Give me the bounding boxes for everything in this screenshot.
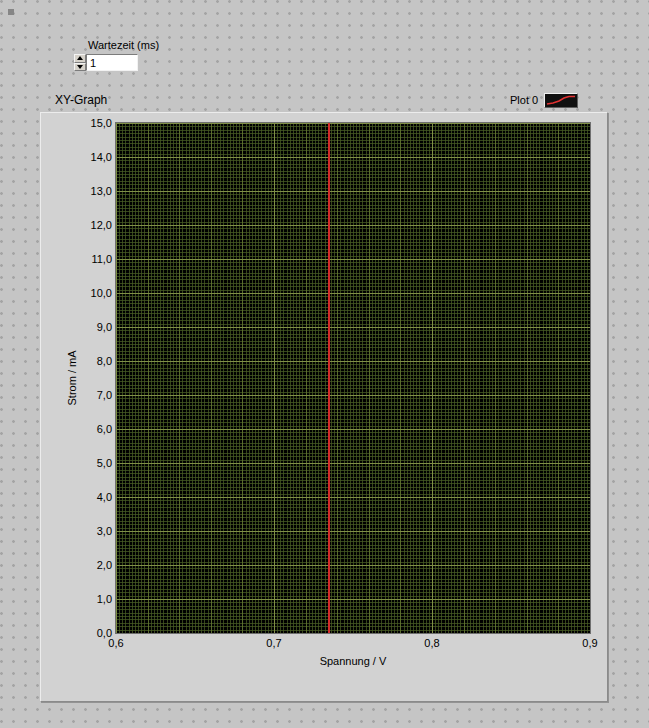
down-arrow-icon	[77, 65, 83, 69]
plot-line-sample-icon[interactable]	[544, 93, 578, 108]
y-tick-label: 7,0	[69, 388, 112, 402]
y-tick-label: 13,0	[69, 184, 112, 198]
y-tick-label: 15,0	[69, 116, 112, 130]
wait-time-label: Wartezeit (ms)	[88, 39, 159, 51]
y-axis-ticks: 15,0 14,0 13,0 12,0 11,0 10,0 9,0 8,0 7,…	[69, 116, 112, 640]
y-tick-label: 4,0	[69, 490, 112, 504]
y-tick-label: 14,0	[69, 150, 112, 164]
increment-decrement-spinner	[74, 54, 86, 71]
increment-button[interactable]	[74, 54, 86, 63]
y-tick-label: 1,0	[69, 592, 112, 606]
x-axis-label: Spannung / V	[116, 655, 590, 667]
y-tick-label: 3,0	[69, 524, 112, 538]
plot-legend-label: Plot 0	[510, 94, 538, 106]
graph-title: XY-Graph	[55, 93, 107, 107]
y-tick-label: 2,0	[69, 558, 112, 572]
labview-front-panel: Wartezeit (ms) XY-Graph Plot 0 Strom / m…	[0, 0, 649, 728]
y-tick-label: 12,0	[69, 218, 112, 232]
plot-area[interactable]	[116, 123, 590, 633]
x-tick-label: 0,8	[412, 637, 452, 649]
up-arrow-icon	[77, 56, 83, 60]
y-tick-label: 5,0	[69, 456, 112, 470]
wait-time-input[interactable]	[86, 54, 138, 71]
y-tick-label: 8,0	[69, 354, 112, 368]
wait-time-control	[74, 54, 138, 71]
y-tick-label: 11,0	[69, 252, 112, 266]
y-tick-label: 10,0	[69, 286, 112, 300]
plot-legend[interactable]: Plot 0	[510, 91, 578, 109]
decrement-button[interactable]	[74, 63, 86, 72]
y-tick-label: 6,0	[69, 422, 112, 436]
x-tick-label: 0,9	[570, 637, 610, 649]
x-axis-ticks: 0,6 0,7 0,8 0,9	[96, 637, 610, 649]
panel-origin-marker	[8, 9, 14, 15]
xy-graph-panel: Strom / mA 15,0 14,0 13,0 12,0 11,0 10,0…	[40, 112, 608, 702]
y-tick-label: 9,0	[69, 320, 112, 334]
x-tick-label: 0,7	[254, 637, 294, 649]
x-tick-label: 0,6	[96, 637, 136, 649]
series-vertical-line	[328, 123, 330, 633]
